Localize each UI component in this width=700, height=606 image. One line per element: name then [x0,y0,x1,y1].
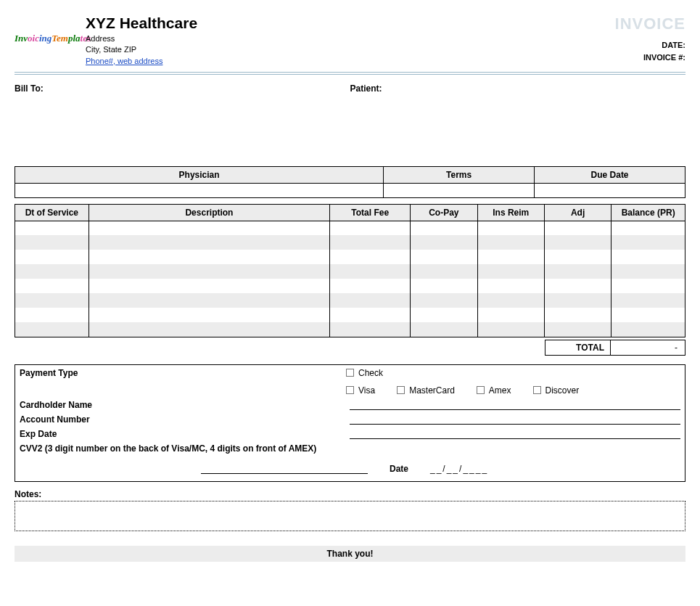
signature-line[interactable] [201,464,368,474]
item-cell[interactable] [330,279,411,293]
logo: InvoicingTemplates [15,33,80,44]
item-cell[interactable] [15,221,89,235]
item-cell[interactable] [477,322,544,337]
item-cell[interactable] [330,264,411,279]
payment-option[interactable]: Check [346,368,383,378]
item-cell[interactable] [612,264,685,279]
col-due-date: Due Date [535,166,685,183]
item-cell[interactable] [15,279,89,293]
item-cell[interactable] [612,279,685,293]
cardholder-name-input[interactable] [350,400,680,410]
col-balance: Balance (PR) [612,204,685,221]
payment-option[interactable]: Discover [533,385,580,396]
item-cell[interactable] [477,293,544,308]
item-cell[interactable] [88,235,330,250]
item-cell[interactable] [411,322,477,337]
company-contact-link[interactable]: Phone#, web address [86,57,162,65]
item-cell[interactable] [477,308,544,322]
thank-you-footer: Thank you! [15,546,685,562]
item-cell[interactable] [612,322,685,337]
exp-date-label: Exp Date [20,429,350,439]
checkbox-icon[interactable] [346,386,354,394]
col-description: Description [88,204,330,221]
account-number-input[interactable] [350,414,680,425]
cell-terms[interactable] [384,183,535,197]
item-cell[interactable] [612,293,685,308]
item-cell[interactable] [411,308,477,322]
company-address-2: City, State ZIP [86,44,615,55]
item-cell[interactable] [612,221,685,235]
item-cell[interactable] [612,250,685,264]
item-cell[interactable] [544,235,611,250]
payment-option-label: Visa [358,385,375,396]
item-cell[interactable] [544,279,611,293]
cell-physician[interactable] [15,183,384,197]
item-cell[interactable] [411,279,477,293]
checkbox-icon[interactable] [346,369,354,377]
item-cell[interactable] [88,250,330,264]
invoice-number-label: INVOICE #: [615,52,685,64]
payment-date-label: Date [390,464,408,474]
item-cell[interactable] [15,322,89,337]
item-cell[interactable] [477,279,544,293]
item-cell[interactable] [330,308,411,322]
item-cell[interactable] [411,235,477,250]
exp-date-input[interactable] [350,429,680,439]
item-cell[interactable] [88,308,330,322]
item-cell[interactable] [612,308,685,322]
col-terms: Terms [384,166,535,183]
checkbox-icon[interactable] [533,386,541,394]
item-cell[interactable] [330,235,411,250]
item-cell[interactable] [544,308,611,322]
item-cell[interactable] [477,235,544,250]
payment-option-label: Discover [545,385,580,396]
company-address-1: Address [86,33,615,44]
item-cell[interactable] [15,250,89,264]
col-adj: Adj [544,204,611,221]
line-items-table: Dt of Service Description Total Fee Co-P… [15,204,685,337]
item-cell[interactable] [15,308,89,322]
notes-input[interactable] [15,501,685,531]
item-cell[interactable] [544,322,611,337]
item-cell[interactable] [477,221,544,235]
item-cell[interactable] [411,221,477,235]
cell-due-date[interactable] [535,183,685,197]
item-cell[interactable] [88,264,330,279]
payment-date-value[interactable]: __/__/____ [430,464,488,474]
cvv-label: CVV2 (3 digit number on the back of Visa… [20,443,316,454]
item-cell[interactable] [15,293,89,308]
payment-option[interactable]: Visa [346,385,375,396]
item-cell[interactable] [612,235,685,250]
item-cell[interactable] [330,322,411,337]
col-dt-service: Dt of Service [15,204,89,221]
payment-option[interactable]: Amex [477,385,511,396]
account-number-label: Account Number [20,414,350,425]
item-cell[interactable] [477,250,544,264]
payment-option-label: Check [358,368,383,378]
bill-to-label: Bill To: [15,83,350,94]
item-cell[interactable] [88,322,330,337]
total-label: TOTAL [545,340,610,356]
item-cell[interactable] [544,221,611,235]
item-cell[interactable] [88,221,330,235]
item-cell[interactable] [544,264,611,279]
total-value: - [610,340,685,356]
item-cell[interactable] [411,250,477,264]
payment-type-label: Payment Type [20,368,346,378]
item-cell[interactable] [411,293,477,308]
item-cell[interactable] [330,293,411,308]
item-cell[interactable] [330,250,411,264]
item-cell[interactable] [411,264,477,279]
item-cell[interactable] [330,221,411,235]
payment-option[interactable]: MasterCard [397,385,455,396]
item-cell[interactable] [88,279,330,293]
item-cell[interactable] [15,235,89,250]
item-cell[interactable] [544,293,611,308]
payment-option-label: Amex [489,385,511,396]
item-cell[interactable] [544,250,611,264]
item-cell[interactable] [15,264,89,279]
item-cell[interactable] [88,293,330,308]
item-cell[interactable] [477,264,544,279]
checkbox-icon[interactable] [477,386,485,394]
checkbox-icon[interactable] [397,386,405,394]
